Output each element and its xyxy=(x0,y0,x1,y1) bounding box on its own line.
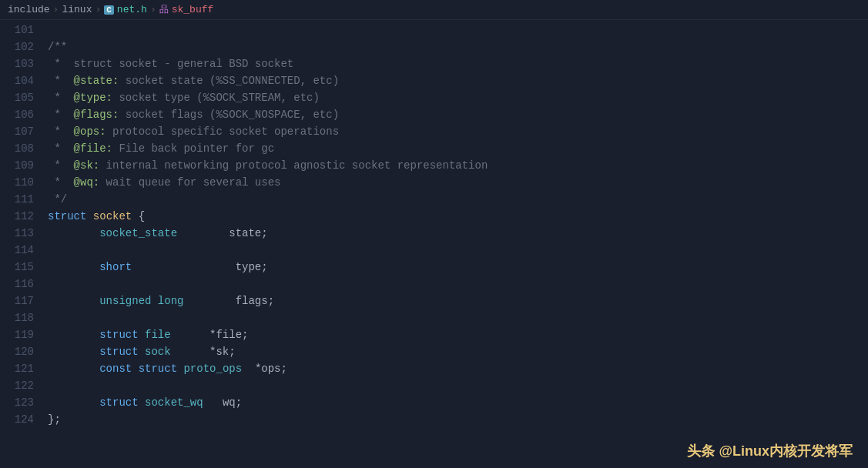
line-number: 110 xyxy=(6,174,34,191)
code-line xyxy=(48,309,868,326)
line-number: 102 xyxy=(6,38,34,55)
line-number: 114 xyxy=(6,242,34,259)
code-line: unsigned long flags; xyxy=(48,292,868,309)
code-line: */ xyxy=(48,191,868,208)
line-number: 108 xyxy=(6,140,34,157)
line-number: 109 xyxy=(6,157,34,174)
crumb-linux[interactable]: linux xyxy=(62,4,92,15)
crumb-sk-buff[interactable]: sk_buff xyxy=(172,4,214,15)
line-number: 111 xyxy=(6,191,34,208)
line-number: 122 xyxy=(6,377,34,394)
code-line: * struct socket - general BSD socket xyxy=(48,55,868,72)
code-line xyxy=(48,377,868,394)
code-line xyxy=(48,242,868,259)
code-line: const struct proto_ops *ops; xyxy=(48,360,868,377)
code-line: struct socket { xyxy=(48,208,868,225)
code-line: struct file *file; xyxy=(48,326,868,343)
line-number: 120 xyxy=(6,343,34,360)
code-area: 1011021031041051061071081091101111121131… xyxy=(0,20,868,466)
code-line: }; xyxy=(48,411,868,428)
crumb-include[interactable]: include xyxy=(8,4,50,15)
crumb-sep3: › xyxy=(150,4,156,15)
line-number: 112 xyxy=(6,208,34,225)
line-number: 124 xyxy=(6,411,34,428)
code-line: struct socket_wq wq; xyxy=(48,394,868,411)
line-number: 118 xyxy=(6,309,34,326)
code-line: * @sk: internal networking protocol agno… xyxy=(48,157,868,174)
code-line: * @state: socket state (%SS_CONNECTED, e… xyxy=(48,72,868,89)
line-number: 123 xyxy=(6,394,34,411)
line-number: 106 xyxy=(6,106,34,123)
line-number: 116 xyxy=(6,276,34,292)
code-line: * @type: socket type (%SOCK_STREAM, etc) xyxy=(48,89,868,106)
code-line: * @wq: wait queue for several uses xyxy=(48,174,868,191)
code-line: socket_state state; xyxy=(48,225,868,242)
line-number: 119 xyxy=(6,326,34,343)
code-line: /** xyxy=(48,38,868,55)
line-number: 101 xyxy=(6,22,34,38)
line-number: 103 xyxy=(6,55,34,72)
code-line: * @ops: protocol specific socket operati… xyxy=(48,123,868,140)
crumb-sep1: › xyxy=(53,4,59,15)
line-number: 121 xyxy=(6,360,34,377)
line-numbers: 1011021031041051061071081091101111121131… xyxy=(0,20,40,466)
code-line xyxy=(48,22,868,38)
breadcrumb: include › linux › C net.h › 品 sk_buff xyxy=(0,0,868,20)
code-line xyxy=(48,276,868,292)
code-line: short type; xyxy=(48,259,868,276)
line-number: 104 xyxy=(6,72,34,89)
line-number: 107 xyxy=(6,123,34,140)
code-content[interactable]: /** * struct socket - general BSD socket… xyxy=(40,20,868,466)
crumb-sep2: › xyxy=(95,4,101,15)
code-line: struct sock *sk; xyxy=(48,343,868,360)
crumb-net-h[interactable]: net.h xyxy=(117,4,147,15)
line-number: 105 xyxy=(6,89,34,106)
line-number: 113 xyxy=(6,225,34,242)
code-line: * @file: File back pointer for gc xyxy=(48,140,868,157)
crumb-c-icon: C xyxy=(104,5,114,15)
line-number: 115 xyxy=(6,259,34,276)
crumb-struct-icon: 品 xyxy=(159,3,169,16)
line-number: 117 xyxy=(6,292,34,309)
code-line: * @flags: socket flags (%SOCK_NOSPACE, e… xyxy=(48,106,868,123)
